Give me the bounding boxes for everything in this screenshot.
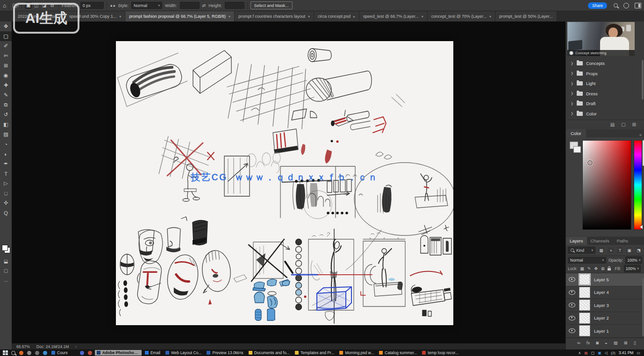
task-recording[interactable]: temp loop recor... [420,350,460,356]
quick-mask-icon[interactable]: ⬓ [0,259,12,264]
layer-row[interactable]: Layer 2 [566,312,644,325]
height-input[interactable] [225,2,244,9]
group-row-props[interactable]: ❯Props [566,69,644,79]
chevron-right-icon[interactable]: ❯ [571,102,573,106]
pen-tool[interactable]: ✒ [0,159,12,169]
brush-tool[interactable]: ✎ [0,90,12,100]
chevron-down-icon[interactable]: ▾ [119,14,121,19]
lock-all-icon[interactable] [608,268,611,271]
layer-group-icon[interactable]: ▤ [614,340,618,345]
task-morning-psd[interactable]: Morning.psd w... [337,350,376,356]
style-dropdown[interactable]: Normal▾ [131,2,162,9]
chevron-down-icon[interactable]: ▾ [308,14,310,19]
crop-tool[interactable]: ⊞ [0,61,12,71]
add-item-icon[interactable]: ⊞ [632,122,636,127]
shape-tool[interactable]: □ [0,188,12,198]
layer-thumbnail[interactable] [579,299,590,311]
groups-scrollbar[interactable] [642,60,644,100]
hand-tool[interactable]: ✣ [0,198,12,208]
new-group-icon[interactable]: ▤ [610,122,615,127]
feather-input[interactable]: 0 px [80,2,104,9]
workspace-icon[interactable] [635,3,641,8]
layer-mask-icon[interactable]: ◙ [596,340,599,345]
lock-artboard-icon[interactable]: ⊞ [601,266,605,271]
chevron-down-icon[interactable]: ▾ [229,14,230,19]
chevron-down-icon[interactable]: ▸ [353,14,355,19]
visibility-eye-icon[interactable] [569,290,575,295]
app-circle-icon[interactable] [26,350,32,356]
quick-selection-tool[interactable]: ✄ [0,51,12,61]
document-tab[interactable]: prompt fashion proposal @ 66.7% (Layer 5… [125,11,235,21]
lasso-tool[interactable]: ✐ [0,41,12,51]
filter-type-icon[interactable]: T [616,246,624,254]
visibility-eye-icon[interactable] [569,328,575,333]
task-preview[interactable]: Preview 13.0MAs [205,350,245,356]
pinned-app-icon[interactable] [87,350,93,356]
clone-stamp-tool[interactable]: ⧉ [0,100,12,110]
zoom-tool[interactable]: Q [0,208,12,218]
hue-slider[interactable] [634,140,642,230]
foreground-color-swatch[interactable] [2,245,8,251]
tab-layers[interactable]: Layers [566,237,587,245]
new-layer-icon[interactable]: ⊞ [624,340,628,345]
group-row-dress[interactable]: ❯Dress [566,89,644,99]
filter-adjustment-icon[interactable]: ◑ [607,246,615,254]
task-email[interactable]: Email [143,350,162,356]
tray-count-badge[interactable]: (2) [611,351,615,355]
delete-layer-icon[interactable]: ▯ [634,340,636,345]
hue-slider-handle[interactable] [640,225,643,229]
task-documents-folder[interactable]: Documents and fo... [247,350,292,356]
opacity-input[interactable]: 100% ▾ [625,256,642,264]
volume-icon[interactable]: ◁ [605,351,608,355]
gradient-tool[interactable]: ▨ [0,129,12,139]
blend-mode-dropdown[interactable]: Normal ▾ [568,257,606,263]
document-tab[interactable]: prompt_test @ 50% (Layer... [495,11,557,21]
chevron-down-icon[interactable]: ▾ [489,14,491,19]
home-icon[interactable]: ⌂ [3,2,6,9]
eyedropper-tool[interactable]: ◉ [0,71,12,80]
visibility-eye-icon[interactable] [569,316,575,320]
globe-app-icon[interactable] [42,350,48,356]
clock[interactable]: 3:41 PM [619,350,634,355]
chevron-right-icon[interactable]: ❯ [571,62,573,65]
notification-center-icon[interactable]: ▭ [637,351,640,355]
chevron-right-icon[interactable]: ❯ [571,92,573,95]
layer-thumbnail[interactable] [579,325,590,336]
dodge-tool[interactable]: ◐ [0,149,12,159]
tab-color[interactable]: Color [566,129,586,137]
browser-icon[interactable] [18,350,24,356]
blur-tool[interactable]: ◔ [0,139,12,149]
task-cours[interactable]: Cours [50,350,70,356]
chevron-right-icon[interactable]: ❯ [571,71,573,75]
document-tab[interactable]: concept_test @ 70% (Layer...▾ [428,11,495,21]
healing-brush-tool[interactable]: ✚ [0,80,12,90]
screen-mode-icon[interactable]: ▢ [0,268,12,273]
task-templates-folder[interactable]: Templates and Pr... [293,350,336,356]
teams-icon[interactable] [79,350,86,356]
saturation-brightness-field[interactable] [582,140,631,230]
color-picker-cursor[interactable] [587,160,593,165]
path-selection-tool[interactable]: ▷ [0,178,12,188]
document-tab[interactable]: prompt f countries characters layout▾ [235,11,314,21]
adjustment-layer-icon[interactable]: ◒ [605,340,608,345]
link-layers-icon[interactable]: ∞ [577,340,580,345]
tab-paths[interactable]: Paths [613,237,632,245]
edit-toolbar-icon[interactable]: … [0,278,12,283]
taskbar-search-button[interactable] [10,350,16,356]
group-row-concepts[interactable]: ❯Concepts [566,58,644,69]
zoom-level[interactable]: 66.67% [16,344,30,349]
status-chevron-icon[interactable]: › [75,344,77,349]
width-input[interactable] [180,2,200,9]
layers-scrollbar[interactable] [642,278,644,336]
filter-shape-icon[interactable]: ▣ [625,246,633,254]
document-tab[interactable]: speed_test @ 66.7% (Layer...▾ [359,11,428,21]
task-catalog[interactable]: Catalog summer... [377,350,419,356]
filter-pixel-icon[interactable]: ▦ [597,246,605,254]
layer-row[interactable]: Layer 3 [566,299,644,312]
group-row-color[interactable]: ❯Color [566,109,644,119]
type-tool[interactable]: T [0,169,12,178]
tray-expand-icon[interactable]: ∧ [578,351,581,355]
document-tab[interactable]: circa concept.psd▸ [314,11,359,21]
lock-transparent-icon[interactable]: ▦ [580,266,584,271]
antialias-icon[interactable]: ▲▲ [110,4,115,7]
